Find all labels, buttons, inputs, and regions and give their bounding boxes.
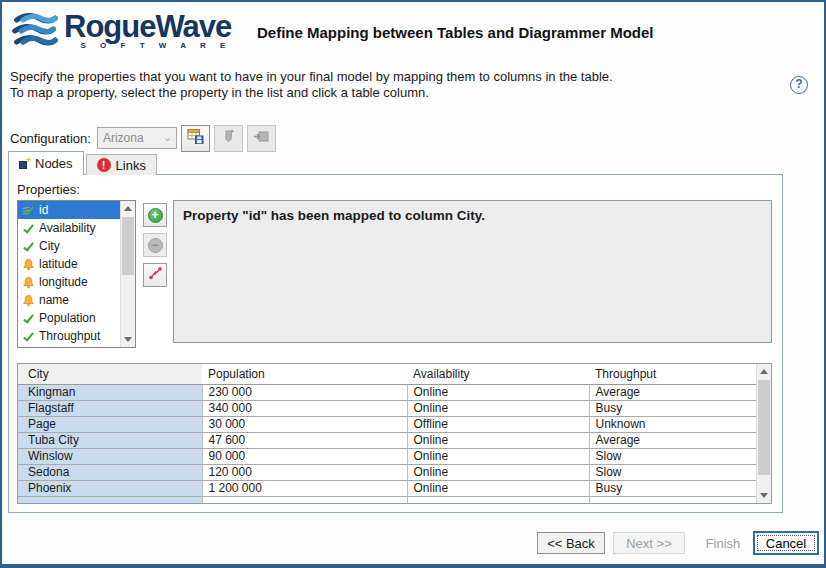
cell-city[interactable]: Phoenix	[18, 480, 202, 496]
cell-availability[interactable]: Online	[407, 384, 589, 400]
cell-city[interactable]: Kingman	[18, 384, 202, 400]
finish-button[interactable]: Finish	[695, 532, 751, 554]
cell-city[interactable]: Sedona	[18, 464, 202, 480]
column-header-throughput[interactable]: Throughput	[589, 364, 756, 384]
back-button[interactable]: << Back	[537, 532, 605, 554]
cell-population[interactable]: 1 200 000	[202, 480, 407, 496]
cell-population[interactable]: 230 000	[202, 384, 407, 400]
wizard-footer: << Back Next >> Finish Cancel	[2, 532, 824, 558]
cell-throughput[interactable]: Unknown	[589, 416, 756, 432]
tab-bar: + Nodes ! Links	[8, 151, 157, 175]
cell-availability[interactable]	[407, 496, 589, 503]
configuration-value: Arizona	[103, 131, 144, 145]
save-configuration-button[interactable]	[181, 125, 210, 152]
table-row: Flagstaff 340 000 Online Busy	[18, 400, 756, 416]
cell-throughput[interactable]: Average	[589, 384, 756, 400]
cell-availability[interactable]: Online	[407, 432, 589, 448]
properties-list: id Availability City	[17, 200, 136, 348]
tab-links-label: Links	[116, 158, 146, 173]
cell-population[interactable]: 30 000	[202, 416, 407, 432]
tab-nodes-label: Nodes	[35, 156, 73, 171]
cell-throughput[interactable]: Slow	[589, 448, 756, 464]
check-mapped-icon	[21, 203, 35, 217]
check-icon	[21, 239, 35, 253]
unmap-property-button[interactable]	[143, 263, 167, 287]
cell-city[interactable]: Tuba City	[18, 432, 202, 448]
property-item-availability[interactable]: Availability	[18, 219, 120, 237]
cell-city[interactable]: Winslow	[18, 448, 202, 464]
scroll-thumb[interactable]	[122, 217, 134, 275]
cell-population[interactable]: 90 000	[202, 448, 407, 464]
column-header-population[interactable]: Population	[202, 364, 407, 384]
plus-icon: +	[148, 208, 163, 223]
cell-availability[interactable]: Offline	[407, 416, 589, 432]
table-row: Sedona 120 000 Online Slow	[18, 464, 756, 480]
bell-icon	[21, 293, 35, 307]
column-header-availability[interactable]: Availability	[407, 364, 589, 384]
cell-availability[interactable]: Online	[407, 400, 589, 416]
delete-configuration-button[interactable]	[214, 125, 243, 152]
property-item-name[interactable]: name	[18, 291, 120, 309]
eraser-icon	[220, 128, 237, 148]
nodes-tab-panel: Properties: id	[8, 174, 783, 513]
add-configuration-button[interactable]	[247, 125, 276, 152]
cell-population[interactable]: 47 600	[202, 432, 407, 448]
scroll-up-icon[interactable]	[757, 364, 771, 379]
cell-population[interactable]: 340 000	[202, 400, 407, 416]
cell-throughput[interactable]	[589, 496, 756, 503]
property-item-latitude[interactable]: latitude	[18, 255, 120, 273]
remove-property-button[interactable]: −	[143, 233, 167, 257]
cell-availability[interactable]: Online	[407, 464, 589, 480]
status-message: Property "id" has been mapped to column …	[173, 200, 772, 343]
configuration-label: Configuration:	[10, 131, 91, 146]
brand-name: RogueWave	[64, 10, 231, 44]
tab-nodes[interactable]: + Nodes	[8, 151, 84, 175]
properties-scrollbar[interactable]	[120, 201, 135, 347]
cell-availability[interactable]: Online	[407, 480, 589, 496]
roguewave-logo: RogueWave S O F T W A R E	[12, 10, 231, 56]
table-row: Winslow 90 000 Online Slow	[18, 448, 756, 464]
table-header-row: City Population Availability Throughput	[18, 364, 756, 384]
minus-icon: −	[148, 238, 163, 253]
property-item-throughput[interactable]: Throughput	[18, 327, 120, 345]
cell-throughput[interactable]: Busy	[589, 400, 756, 416]
cell-city[interactable]: Page	[18, 416, 202, 432]
cell-population[interactable]	[202, 496, 407, 503]
scroll-down-icon[interactable]	[757, 488, 771, 503]
property-item-city[interactable]: City	[18, 237, 120, 255]
wave-lines-icon	[12, 10, 58, 56]
scroll-thumb[interactable]	[758, 380, 770, 475]
cell-throughput[interactable]: Busy	[589, 480, 756, 496]
instruction-line-1: Specify the properties that you want to …	[10, 69, 613, 85]
property-item-id[interactable]: id	[18, 201, 120, 219]
cell-population[interactable]: 120 000	[202, 464, 407, 480]
help-icon[interactable]: ?	[790, 76, 808, 94]
add-property-button[interactable]: +	[143, 203, 167, 227]
instructions: Specify the properties that you want to …	[10, 69, 613, 101]
configuration-row: Configuration: Arizona ⌄	[10, 124, 276, 152]
cancel-button[interactable]: Cancel	[754, 532, 818, 554]
table-scrollbar[interactable]	[756, 364, 771, 503]
table-save-icon	[187, 128, 204, 148]
scroll-down-icon[interactable]	[121, 332, 135, 347]
data-table: City Population Availability Throughput …	[17, 363, 772, 504]
property-item-longitude[interactable]: longitude	[18, 273, 120, 291]
property-item-population[interactable]: Population	[18, 309, 120, 327]
chevron-down-icon: ⌄	[163, 131, 172, 144]
check-icon	[21, 221, 35, 235]
next-button[interactable]: Next >>	[613, 532, 685, 554]
cell-throughput[interactable]: Average	[589, 432, 756, 448]
cell-city[interactable]	[18, 496, 202, 503]
bell-icon	[21, 275, 35, 289]
cell-availability[interactable]: Online	[407, 448, 589, 464]
scroll-up-icon[interactable]	[121, 201, 135, 216]
properties-label: Properties:	[17, 182, 80, 197]
cell-throughput[interactable]: Slow	[589, 464, 756, 480]
node-icon: +	[19, 158, 30, 169]
configuration-select[interactable]: Arizona ⌄	[97, 127, 177, 149]
tab-links[interactable]: ! Links	[86, 154, 157, 175]
brand-subtitle: S O F T W A R E	[81, 41, 232, 50]
table-row: Page 30 000 Offline Unknown	[18, 416, 756, 432]
cell-city[interactable]: Flagstaff	[18, 400, 202, 416]
column-header-city[interactable]: City	[18, 364, 202, 384]
